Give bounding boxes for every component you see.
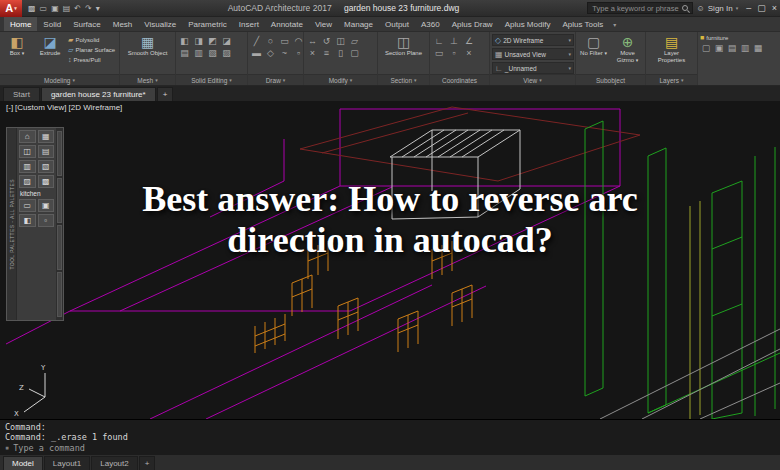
scale-icon[interactable]: ▢ [348,48,361,59]
ribbon-tab-manage[interactable]: Manage [338,17,379,31]
check-icon[interactable]: ▨ [220,48,233,59]
search-box[interactable]: Type a keyword or phrase [587,2,692,14]
trim-icon[interactable]: ▯ [334,48,347,59]
palette-block-thumbnail[interactable]: ▥ [19,160,36,173]
panel-label-solid-editing[interactable]: Solid Editing▾ [176,74,247,85]
ribbon-tab-insert[interactable]: Insert [233,17,265,31]
box-tool-button[interactable]: ◧ Box ▾ [2,34,32,57]
palette-block-thumbnail[interactable]: ◫ [19,145,36,158]
press-pull-button[interactable]: ↕Press/Pull [68,56,115,63]
polygon-icon[interactable]: ◇ [264,48,277,59]
ribbon-tab-a360[interactable]: A360 [415,17,446,31]
viewport-view-control[interactable]: [Custom View] [15,103,66,112]
app-menu-button[interactable]: A ▾ [0,0,22,17]
ribbon-options-icon[interactable]: ▾ [609,17,620,31]
ucs-previous-icon[interactable]: × [462,48,476,59]
measure-icon[interactable]: ▦ [752,43,764,54]
shell-icon[interactable]: ▧ [206,48,219,59]
panel-label-draw[interactable]: Draw▾ [248,74,303,85]
section-plane-button[interactable]: ◫ Section Plane [383,34,425,57]
ribbon-tab-home[interactable]: Home [4,17,37,31]
arc-icon[interactable]: ◠ [292,36,303,47]
array-icon[interactable]: ≡ [320,48,333,59]
viewport-menu-button[interactable]: [-] [6,103,13,112]
panel-label-layers[interactable]: Layers▾ [646,74,697,85]
minimize-button[interactable]: – [746,3,751,13]
taper-face-icon[interactable]: ▥ [192,48,205,59]
rotate-icon[interactable]: ↺ [320,36,333,47]
ribbon-tab-visualize[interactable]: Visualize [138,17,182,31]
palette-block-thumbnail[interactable]: ▦ [38,130,55,143]
ribbon-tab-mesh[interactable]: Mesh [107,17,139,31]
ribbon-tab-aplus-draw[interactable]: Aplus Draw [446,17,499,31]
subtract-icon[interactable]: ◨ [192,36,205,47]
ribbon-tab-parametric[interactable]: Parametric [182,17,233,31]
panel-label-subobject[interactable]: Subobject [576,74,645,85]
tab-drawing[interactable]: garden house 23 furniture* [41,87,156,101]
panel-label-section[interactable]: Section▾ [378,74,429,85]
plot-icon[interactable]: ▤ [63,4,71,13]
ribbon-tab-surface[interactable]: Surface [67,17,107,31]
ucs-name-dropdown[interactable]: ∟ _Unnamed ▾ [492,62,574,74]
new-layout-button[interactable]: + [139,456,156,470]
slice-icon[interactable]: ◪ [220,36,233,47]
group-icon[interactable]: ▥ [739,43,751,54]
insert-block-icon[interactable]: ▣ [713,43,725,54]
panel-label-modify[interactable]: Modify▾ [304,74,377,85]
panel-label-modeling[interactable]: Modeling▾ [0,74,119,85]
intersect-icon[interactable]: ◩ [206,36,219,47]
viewport-visual-style-control[interactable]: [2D Wireframe] [69,103,123,112]
ribbon-tab-aplus-tools[interactable]: Aplus Tools [556,17,609,31]
extrude-tool-button[interactable]: ◪ Extrude [35,34,65,57]
ucs-icon[interactable]: ∟ [432,36,446,47]
mirror-icon[interactable]: ◫ [334,36,347,47]
block-icon[interactable]: ▢ [700,43,712,54]
line-icon[interactable]: ╱ [250,36,263,47]
close-button[interactable]: × [772,3,777,13]
drawing-canvas[interactable]: Y Z X [-] [Custom View] [2D Wireframe] T… [0,101,780,419]
save-file-icon[interactable]: ▣ [51,4,59,13]
ribbon-tab-aplus-modify[interactable]: Aplus Modify [499,17,557,31]
panel-label-view[interactable]: View▾ [490,74,575,85]
maximize-button[interactable]: ▢ [757,3,766,13]
spline-icon[interactable]: ~ [278,48,291,59]
union-icon[interactable]: ◧ [178,36,191,47]
no-filter-button[interactable]: ▢ No Filter ▾ [578,34,609,57]
palette-block-thumbnail[interactable]: ▤ [38,145,55,158]
new-file-icon[interactable]: ▩ [28,4,36,13]
point-icon[interactable]: ▫ [292,48,303,59]
ucs-view-icon[interactable]: ▭ [432,48,446,59]
ribbon-tab-output[interactable]: Output [379,17,415,31]
named-view-dropdown[interactable]: ▦ Unsaved View ▾ [492,48,574,60]
redo-icon[interactable]: ↷ [85,4,92,13]
rectangle-icon[interactable]: ▭ [278,36,291,47]
command-input[interactable]: ▪ Type a command [5,442,775,453]
command-line-window[interactable]: Command: Command: _.erase 1 found ▪ Type… [0,419,780,455]
ribbon-tab-view[interactable]: View [309,17,338,31]
palette-block-thumbnail[interactable]: ▧ [38,160,55,173]
ucs-world-icon[interactable]: ⊥ [447,36,461,47]
smooth-object-button[interactable]: ▦ Smooth Object [126,34,170,57]
palette-block-thumbnail[interactable]: ⌂ [19,130,36,143]
palette-tab[interactable] [57,272,62,317]
open-file-icon[interactable]: ▭ [40,4,48,13]
sign-in-button[interactable]: ☺ Sign In ▾ [697,4,739,13]
tab-model[interactable]: Model [3,456,43,470]
layer-properties-button[interactable]: ▤ Layer Properties [651,34,693,64]
tab-layout2[interactable]: Layout2 [91,456,137,470]
undo-icon[interactable]: ↶ [74,4,81,13]
polysolid-button[interactable]: ▰Polysolid [68,36,115,44]
visual-style-dropdown[interactable]: ◇ 2D Wireframe ▾ [492,34,574,46]
panel-label-coordinates[interactable]: Coordinates [430,74,489,85]
qat-dropdown-icon[interactable]: ▾ [96,4,100,13]
tab-layout1[interactable]: Layout1 [44,456,90,470]
fillet-edge-icon[interactable]: ▤ [178,48,191,59]
move-icon[interactable]: ↔ [306,36,319,47]
move-gizmo-button[interactable]: ⊕ Move Gizmo ▾ [612,34,643,64]
ucs-origin-icon[interactable]: ▫ [447,48,461,59]
ucs-z-axis-icon[interactable]: ∠ [462,36,476,47]
circle-icon[interactable]: ○ [264,36,277,47]
erase-icon[interactable]: × [306,48,319,59]
tab-start[interactable]: Start [3,87,40,101]
ribbon-tab-annotate[interactable]: Annotate [265,17,309,31]
